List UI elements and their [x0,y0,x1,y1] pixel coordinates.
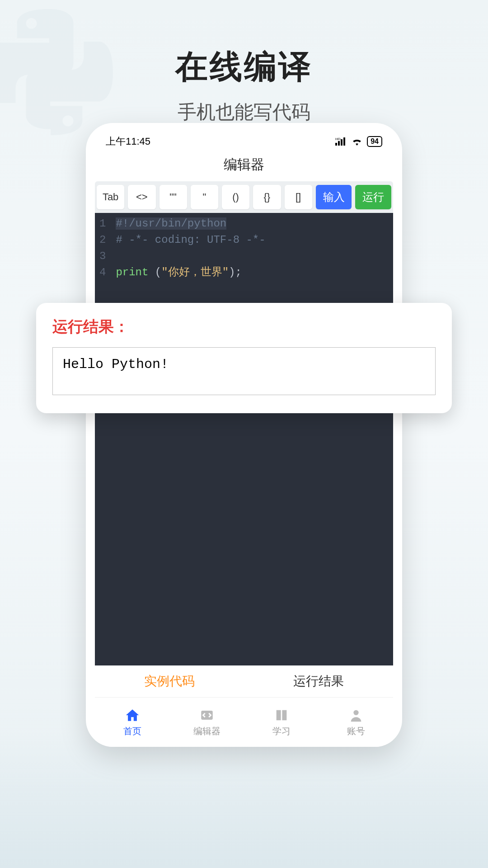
svg-rect-2 [341,139,343,146]
code-line-2: # -*- coding: UTF-8 -*- [116,232,389,248]
code-icon [199,707,215,723]
book-icon [273,707,290,723]
line-numbers: 1 2 3 4 [95,213,112,665]
input-button[interactable]: 输入 [316,185,352,209]
result-output: Hello Python! [52,347,436,395]
svg-point-6 [353,710,358,715]
bottom-nav: 首页 编辑器 学习 账号 [95,697,393,747]
svg-rect-3 [343,137,345,146]
battery-indicator: 94 [367,136,382,147]
brackets-button[interactable]: [] [285,185,312,209]
background-wave [0,732,488,868]
braces-button[interactable]: {} [253,185,281,209]
tab-example-code[interactable]: 实例代码 [95,665,244,697]
nav-account[interactable]: 账号 [319,698,393,747]
tab-key-button[interactable]: Tab [97,185,124,209]
status-bar: 上午11:45 HD 94 [95,131,393,150]
result-card: 运行结果： Hello Python! [36,303,452,413]
tab-run-result[interactable]: 运行结果 [244,665,393,697]
nav-label: 账号 [347,725,365,737]
single-quote-button[interactable]: " [191,185,218,209]
status-time: 上午11:45 [106,135,150,148]
nav-home[interactable]: 首页 [95,698,169,747]
nav-label: 编辑器 [193,725,221,737]
svg-text:HD: HD [335,137,341,141]
nav-label: 首页 [123,725,141,737]
person-icon [348,707,364,723]
wifi-icon [352,137,362,146]
nav-learn[interactable]: 学习 [244,698,319,747]
code-toolbar: Tab <> "" " () {} [] 输入 运行 [95,181,393,213]
nav-label: 学习 [272,725,291,737]
status-right: HD 94 [335,136,382,147]
signal-icon: HD [335,137,347,146]
nav-editor[interactable]: 编辑器 [169,698,244,747]
result-label: 运行结果： [52,316,436,337]
double-quote-button[interactable]: "" [160,185,187,209]
code-editor[interactable]: 1 2 3 4 #!/usr/bin/python # -*- coding: … [95,213,393,665]
code-line-4: print ("你好，世界"); [116,264,389,281]
svg-rect-0 [335,143,337,146]
python-logo-icon [0,9,113,135]
svg-rect-1 [338,141,340,146]
phone-frame: 上午11:45 HD 94 编辑器 Tab <> "" " () {} [] 输… [86,123,402,747]
code-content[interactable]: #!/usr/bin/python # -*- coding: UTF-8 -*… [112,213,393,665]
home-icon [124,707,141,723]
code-line-1: #!/usr/bin/python [116,216,389,232]
background-python-logo [0,9,113,136]
angle-brackets-button[interactable]: <> [128,185,155,209]
sub-tabs: 实例代码 运行结果 [95,665,393,697]
app-title: 编辑器 [95,150,393,181]
parentheses-button[interactable]: () [222,185,249,209]
run-button[interactable]: 运行 [355,185,391,209]
code-line-3 [116,248,389,264]
